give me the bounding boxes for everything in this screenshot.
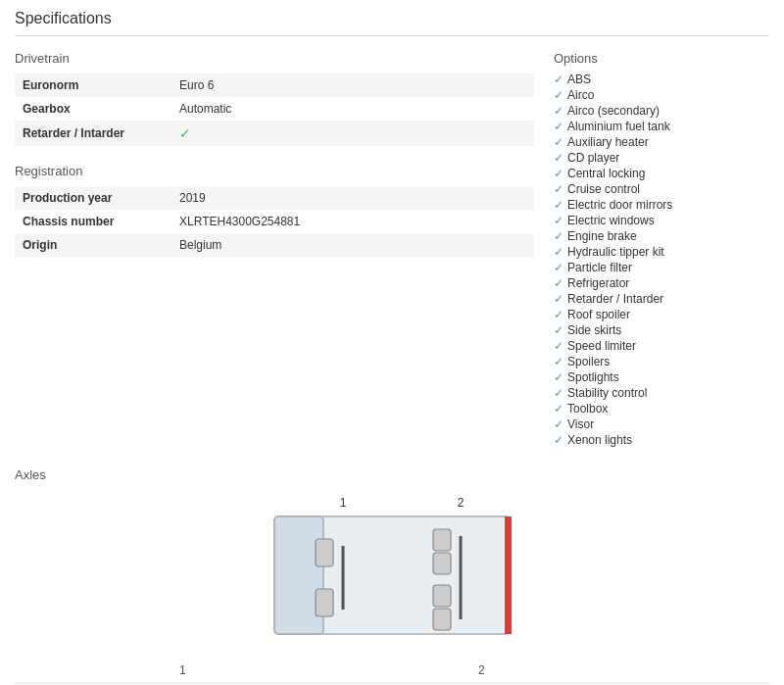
option-label: Auxiliary heater	[567, 135, 649, 149]
check-icon: ✓	[554, 214, 564, 227]
row-label: Production year	[15, 186, 172, 210]
axle-diagram: 1 2	[15, 492, 769, 649]
row-value: Automatic	[172, 97, 534, 121]
table-row: Production year2019	[15, 186, 534, 210]
list-item: ✓CD player	[554, 150, 769, 166]
table-row: Retarder / Intarder✓	[15, 121, 534, 146]
option-label: Roof spoiler	[567, 308, 630, 321]
check-icon: ✓	[554, 276, 564, 290]
option-label: Spotlights	[567, 370, 619, 384]
option-label: Visor	[567, 417, 594, 431]
registration-section-title: Registration	[15, 164, 534, 178]
option-label: CD player	[567, 151, 619, 165]
option-label: Hydraulic tipper kit	[567, 245, 664, 259]
list-item: ✓Spotlights	[554, 369, 769, 385]
check-icon: ✓	[554, 135, 564, 149]
option-label: Airco (secondary)	[567, 104, 660, 118]
table-row: EuronormEuro 6	[15, 73, 534, 97]
row-value: 2019	[172, 186, 534, 210]
option-label: Engine brake	[567, 229, 637, 243]
svg-rect-4	[505, 516, 512, 634]
option-label: Spoilers	[567, 355, 610, 368]
check-icon: ✓	[554, 417, 564, 431]
row-value: Euro 6	[172, 73, 534, 97]
page-container: Specifications Drivetrain EuronormEuro 6…	[0, 0, 784, 685]
row-value: ✓	[172, 121, 534, 146]
check-icon: ✓	[554, 292, 564, 306]
option-label: Xenon lights	[567, 433, 632, 447]
list-item: ✓Auxiliary heater	[554, 134, 769, 150]
check-icon: ✓	[554, 245, 564, 259]
drivetrain-section-title: Drivetrain	[15, 51, 534, 66]
axles-title: Axles	[15, 467, 769, 482]
registration-table: Production year2019Chassis numberXLRTEH4…	[15, 186, 534, 257]
list-item: ✓Speed limiter	[554, 338, 769, 354]
list-item: ✓Electric windows	[554, 213, 769, 228]
left-column: Drivetrain EuronormEuro 6GearboxAutomati…	[15, 51, 534, 448]
list-item: ✓Toolbox	[554, 401, 769, 416]
check-icon: ✓	[554, 433, 564, 447]
row-label: Gearbox	[15, 97, 172, 121]
row-value: XLRTEH4300G254881	[172, 210, 534, 233]
check-icon: ✓	[554, 386, 564, 400]
check-icon: ✓	[554, 88, 564, 102]
row-label: Euronorm	[15, 73, 172, 97]
option-label: Refrigerator	[567, 276, 629, 290]
axle-col-2: 2	[470, 659, 769, 683]
table-row: GearboxAutomatic	[15, 97, 534, 121]
table-row: OriginBelgium	[15, 233, 534, 257]
axles-table: 1 2 Tire size385/65 R22.5315/80 R22.5Bra…	[15, 659, 769, 685]
svg-text:1: 1	[340, 496, 347, 510]
option-label: Stability control	[567, 386, 647, 400]
svg-rect-12	[433, 609, 451, 630]
options-title: Options	[554, 51, 769, 66]
check-icon: ✓	[554, 402, 564, 416]
list-item: ✓Spoilers	[554, 354, 769, 369]
option-label: Toolbox	[567, 402, 608, 416]
svg-rect-11	[433, 585, 451, 607]
check-icon: ✓	[554, 151, 564, 165]
axles-section: Axles 1 2	[15, 467, 769, 685]
row-value: Belgium	[172, 233, 534, 257]
list-item: ✓Airco (secondary)	[554, 103, 769, 119]
check-icon: ✓	[554, 323, 564, 337]
row-label: Origin	[15, 233, 172, 257]
check-icon: ✓	[554, 339, 564, 353]
option-label: Retarder / Intarder	[567, 292, 663, 306]
option-label: Airco	[567, 88, 594, 102]
option-label: Aluminium fuel tank	[567, 120, 670, 133]
option-label: Central locking	[567, 167, 645, 180]
check-icon: ✓	[554, 182, 564, 196]
svg-text:2: 2	[458, 496, 465, 510]
list-item: ✓Xenon lights	[554, 432, 769, 448]
list-item: ✓Aluminium fuel tank	[554, 119, 769, 134]
option-label: Particle filter	[567, 261, 632, 274]
row-label: Chassis number	[15, 210, 172, 233]
axle-col-label	[15, 659, 172, 683]
list-item: ✓Hydraulic tipper kit	[554, 244, 769, 260]
svg-rect-9	[433, 529, 451, 551]
table-row: Chassis numberXLRTEH4300G254881	[15, 210, 534, 233]
list-item: ✓Visor	[554, 416, 769, 432]
list-item: ✓Stability control	[554, 385, 769, 401]
list-item: ✓Roof spoiler	[554, 307, 769, 322]
svg-rect-6	[316, 539, 333, 566]
check-icon: ✓	[554, 370, 564, 384]
list-item: ✓ABS	[554, 72, 769, 87]
check-icon: ✓	[554, 167, 564, 180]
check-icon: ✓	[554, 120, 564, 133]
page-title: Specifications	[15, 10, 769, 36]
option-label: Electric windows	[567, 214, 655, 227]
list-item: ✓Retarder / Intarder	[554, 291, 769, 307]
check-icon: ✓	[554, 229, 564, 243]
check-icon: ✓	[554, 73, 564, 86]
axle-svg: 1 2	[255, 492, 529, 649]
main-layout: Drivetrain EuronormEuro 6GearboxAutomati…	[15, 51, 769, 448]
list-item: ✓Engine brake	[554, 228, 769, 244]
svg-rect-10	[433, 553, 451, 574]
option-label: Cruise control	[567, 182, 640, 196]
option-label: Speed limiter	[567, 339, 636, 353]
list-item: ✓Electric door mirrors	[554, 197, 769, 213]
option-label: Electric door mirrors	[567, 198, 672, 212]
check-icon: ✓	[554, 261, 564, 274]
